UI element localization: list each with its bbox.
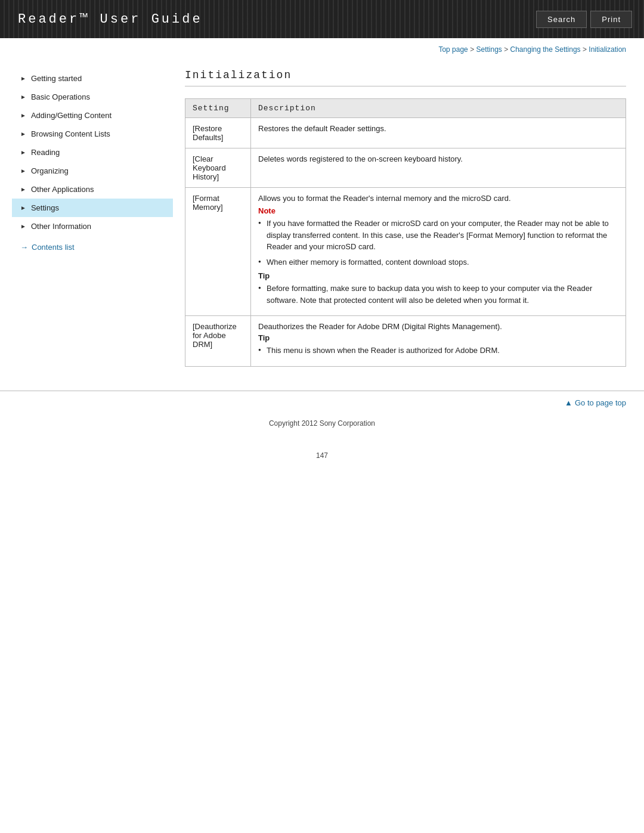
app-title: Reader™ User Guide: [0, 0, 221, 38]
list-item: This menu is shown when the Reader is au…: [258, 345, 618, 357]
main-layout: ► Getting started ► Basic Operations ► A…: [0, 57, 644, 391]
sidebar-label-getting-started: Getting started: [31, 74, 82, 83]
chevron-right-icon: ►: [20, 75, 26, 82]
search-button[interactable]: Search: [536, 11, 587, 28]
main-content: Initialization Setting Description [Rest…: [173, 57, 644, 379]
tip-bullets-drm: This menu is shown when the Reader is au…: [258, 345, 618, 357]
go-to-top-link[interactable]: ▲ Go to page top: [565, 398, 626, 407]
note-label: Note: [258, 206, 275, 215]
chevron-right-icon: ►: [20, 168, 26, 174]
sidebar-label-organizing: Organizing: [31, 166, 69, 175]
sidebar-label-settings: Settings: [31, 203, 59, 212]
initialization-table: Setting Description [RestoreDefaults] Re…: [185, 98, 626, 367]
table-row: [FormatMemory] Allows you to format the …: [185, 188, 626, 316]
sidebar-item-browsing-content-lists[interactable]: ► Browsing Content Lists: [12, 125, 173, 143]
chevron-right-icon: ►: [20, 205, 26, 211]
setting-format-memory: [FormatMemory]: [185, 188, 251, 316]
breadcrumb-settings[interactable]: Settings: [476, 45, 501, 54]
list-item: Before formatting, make sure to backup d…: [258, 283, 618, 306]
table-row: [Deauthorizefor AdobeDRM] Deauthorizes t…: [185, 316, 626, 367]
footer-bar: ▲ Go to page top: [0, 391, 644, 414]
description-deauthorize: Deauthorizes the Reader for Adobe DRM (D…: [251, 316, 626, 367]
chevron-right-icon: ►: [20, 186, 26, 193]
copyright: Copyright 2012 Sony Corporation: [0, 414, 644, 439]
list-item: When either memory is formatted, content…: [258, 256, 618, 268]
chevron-right-icon: ►: [20, 149, 26, 156]
sidebar-label-other-information: Other Information: [31, 222, 91, 231]
go-to-top-label: Go to page top: [575, 398, 626, 407]
arrow-right-icon: →: [20, 243, 28, 252]
sidebar-item-other-applications[interactable]: ► Other Applications: [12, 180, 173, 199]
note-bullets: If you have formatted the Reader or micr…: [258, 218, 618, 268]
description-format-memory: Allows you to format the Reader's intern…: [251, 188, 626, 316]
table-row: [ClearKeyboardHistory] Deletes words reg…: [185, 148, 626, 188]
sidebar-item-adding-getting-content[interactable]: ► Adding/Getting Content: [12, 106, 173, 125]
sidebar-item-getting-started[interactable]: ► Getting started: [12, 69, 173, 88]
page-number: 147: [0, 439, 644, 472]
contents-list-label: Contents list: [32, 243, 75, 252]
sidebar-label-other-applications: Other Applications: [31, 185, 94, 194]
sidebar-item-organizing[interactable]: ► Organizing: [12, 162, 173, 180]
print-button[interactable]: Print: [590, 11, 632, 28]
contents-list-link[interactable]: → Contents list: [12, 236, 173, 256]
tip-label: Tip: [258, 333, 270, 342]
sidebar-label-reading: Reading: [31, 148, 60, 157]
chevron-right-icon: ►: [20, 223, 26, 230]
sidebar-label-adding-getting-content: Adding/Getting Content: [31, 111, 112, 120]
col-setting-header: Setting: [185, 99, 251, 118]
sidebar-item-other-information[interactable]: ► Other Information: [12, 217, 173, 236]
sidebar-item-settings[interactable]: ► Settings: [12, 199, 173, 217]
format-memory-intro: Allows you to format the Reader's intern…: [258, 194, 618, 203]
breadcrumb-initialization[interactable]: Initialization: [589, 45, 626, 54]
triangle-up-icon: ▲: [565, 398, 572, 407]
chevron-right-icon: ►: [20, 94, 26, 100]
table-row: [RestoreDefaults] Restores the default R…: [185, 118, 626, 148]
header-buttons: Search Print: [536, 0, 644, 38]
breadcrumb: Top page > Settings > Changing the Setti…: [0, 38, 644, 57]
sidebar-label-basic-operations: Basic Operations: [31, 92, 90, 101]
description-clear-keyboard: Deletes words registered to the on-scree…: [251, 148, 626, 188]
setting-clear-keyboard: [ClearKeyboardHistory]: [185, 148, 251, 188]
sidebar-label-browsing-content-lists: Browsing Content Lists: [31, 129, 110, 138]
sidebar: ► Getting started ► Basic Operations ► A…: [0, 57, 173, 379]
tip-bullets: Before formatting, make sure to backup d…: [258, 283, 618, 306]
tip-label: Tip: [258, 271, 270, 280]
col-description-header: Description: [251, 99, 626, 118]
description-restore-defaults: Restores the default Reader settings.: [251, 118, 626, 148]
list-item: If you have formatted the Reader or micr…: [258, 218, 618, 253]
breadcrumb-top-page[interactable]: Top page: [438, 45, 467, 54]
breadcrumb-changing-settings[interactable]: Changing the Settings: [510, 45, 581, 54]
page-title: Initialization: [185, 69, 626, 86]
setting-deauthorize: [Deauthorizefor AdobeDRM]: [185, 316, 251, 367]
setting-restore-defaults: [RestoreDefaults]: [185, 118, 251, 148]
sidebar-item-basic-operations[interactable]: ► Basic Operations: [12, 88, 173, 106]
header: Reader™ User Guide Search Print: [0, 0, 644, 38]
chevron-right-icon: ►: [20, 112, 26, 119]
sidebar-item-reading[interactable]: ► Reading: [12, 143, 173, 162]
chevron-right-icon: ►: [20, 131, 26, 137]
deauthorize-intro: Deauthorizes the Reader for Adobe DRM (D…: [258, 322, 618, 331]
